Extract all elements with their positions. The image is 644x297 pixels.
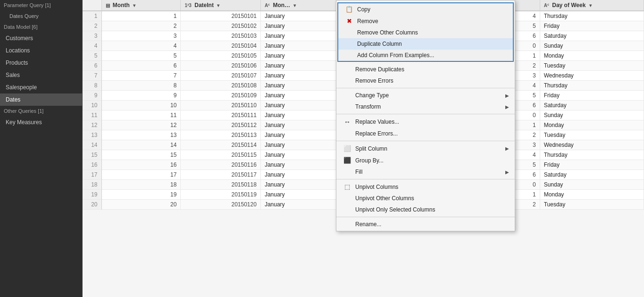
ctx-fill-label: Fill [355,169,505,175]
ctx-sep-2 [336,114,515,114]
ctx-unpivot-other-label: Unpivot Other Columns [355,195,509,202]
cell-row-num: 7 [83,71,101,81]
ctx-split-col-label: Split Column [355,145,505,152]
sidebar-item-salespeople[interactable]: Salespeople [0,81,82,93]
sidebar-item-products[interactable]: Products [0,57,82,69]
cell-month: 2 [101,21,181,31]
cell-month: 12 [101,120,181,130]
col-header-monthname[interactable]: Aᶜ Mon… ▾ [260,0,340,11]
cell-month: 16 [101,160,181,170]
replace-vals-icon: ↔ [342,118,352,126]
monthname-filter-icon[interactable]: ▾ [293,3,296,8]
cell-monthname: January [260,81,340,91]
sidebar-item-dates-query[interactable]: Dates Query [0,10,82,22]
month-filter-icon[interactable]: ▾ [133,3,135,8]
ctx-add-col-from-example[interactable]: Add Column From Examples... [338,50,513,61]
cell-dayofweek: Friday [540,160,644,170]
sidebar-section-other-queries: Other Queries [1] [0,106,82,116]
col-header-dateint[interactable]: 1²3 DateInt ▾ [181,0,260,11]
sidebar: Parameter Query [1] Dates Query Data Mod… [0,0,83,297]
sidebar-section-data-model: Data Model [6] [0,22,82,32]
ctx-unpivot-sel-label: Unpivot Only Selected Columns [355,206,509,213]
sidebar-item-dates[interactable]: Dates [0,93,82,106]
ctx-rename-label: Rename... [355,221,509,228]
ctx-transform-label: Transform [355,103,505,110]
cell-dateint: 20150106 [181,61,260,71]
cell-dateint: 20150115 [181,150,260,160]
ctx-copy[interactable]: 📋 Copy [338,3,513,15]
cell-month: 3 [101,31,181,41]
monthname-icon: Aᶜ [265,3,270,8]
ctx-replace-values[interactable]: ↔ Replace Values... [336,116,515,128]
ctx-remove-other-columns[interactable]: Remove Other Columns [338,27,513,38]
sidebar-item-customers[interactable]: Customers [0,32,82,44]
cell-dayofweek: Wednesday [540,71,644,81]
ctx-remove-errors[interactable]: Remove Errors [336,75,515,86]
ctx-remove-label: Remove [357,18,507,25]
ctx-split-column[interactable]: ⬜ Split Column ▶ [336,143,515,154]
cell-dateint: 20150110 [181,101,260,110]
ctx-remove-duplicates[interactable]: Remove Duplicates [336,64,515,75]
cell-row-num: 17 [83,170,101,180]
sidebar-item-key-measures[interactable]: Key Measures [0,116,82,128]
cell-dateint: 20150114 [181,140,260,150]
cell-monthname: January [260,91,340,101]
ctx-transform[interactable]: Transform ▶ [336,101,515,112]
dateint-filter-icon[interactable]: ▾ [217,3,219,8]
cell-monthname: January [260,71,340,81]
cell-dayofweek: Tuesday [540,200,644,210]
dayofweek-filter-icon[interactable]: ▾ [589,3,592,8]
cell-dayofweek: Sunday [540,110,644,120]
cell-dateint: 20150107 [181,71,260,81]
cell-dayofweek: Thursday [540,11,644,21]
unpivot-icon: ⬚ [342,183,352,190]
cell-month: 13 [101,130,181,140]
cell-row-num: 13 [83,130,101,140]
cell-monthname: January [260,150,340,160]
cell-month: 15 [101,150,181,160]
ctx-duplicate-label: Duplicate Column [357,41,507,47]
cell-month: 20 [101,200,181,210]
ctx-replace-vals-label: Replace Values... [355,119,509,125]
ctx-sep-1 [336,88,515,88]
cell-month: 18 [101,180,181,190]
ctx-fill[interactable]: Fill ▶ [336,166,515,178]
cell-dayofweek: Tuesday [540,61,644,71]
cell-month: 11 [101,110,181,120]
ctx-unpivot-columns[interactable]: ⬚ Unpivot Columns [336,181,515,193]
cell-dayofweek: Sunday [540,180,644,190]
ctx-rename[interactable]: Rename... [336,219,515,230]
cell-dateint: 20150102 [181,21,260,31]
fill-arrow: ▶ [505,170,509,175]
col-header-dayofweek[interactable]: Aᶜ Day of Week ▾ [540,0,644,11]
ctx-remove-err-label: Remove Errors [355,77,509,84]
cell-dayofweek: Thursday [540,150,644,160]
cell-month: 1 [101,11,181,21]
cell-row-num: 6 [83,61,101,71]
cell-dateint: 20150105 [181,51,260,61]
ctx-replace-errors[interactable]: Replace Errors... [336,128,515,139]
ctx-duplicate-column[interactable]: Duplicate Column [338,38,513,50]
cell-dateint: 20150111 [181,110,260,120]
ctx-remove[interactable]: ✖ Remove [338,15,513,27]
cell-monthname: January [260,101,340,110]
ctx-change-type[interactable]: Change Type ▶ [336,90,515,101]
cell-dayofweek: Sunday [540,41,644,51]
cell-monthname: January [260,200,340,210]
copy-icon: 📋 [344,6,354,13]
cell-row-num: 10 [83,101,101,110]
ctx-unpivot-label: Unpivot Columns [355,184,509,190]
month-icon: ▤ [106,3,110,8]
ctx-unpivot-other[interactable]: Unpivot Other Columns [336,193,515,204]
sidebar-item-sales[interactable]: Sales [0,69,82,81]
cell-dayofweek: Monday [540,120,644,130]
cell-month: 8 [101,81,181,91]
ctx-group-by[interactable]: ⬛ Group By... [336,154,515,166]
ctx-unpivot-selected[interactable]: Unpivot Only Selected Columns [336,204,515,215]
cell-row-num: 4 [83,41,101,51]
col-header-month[interactable]: ▤ Month ▾ [101,0,181,11]
cell-monthname: January [260,11,340,21]
cell-row-num: 2 [83,21,101,31]
sidebar-item-locations[interactable]: Locations [0,44,82,57]
cell-row-num: 14 [83,140,101,150]
